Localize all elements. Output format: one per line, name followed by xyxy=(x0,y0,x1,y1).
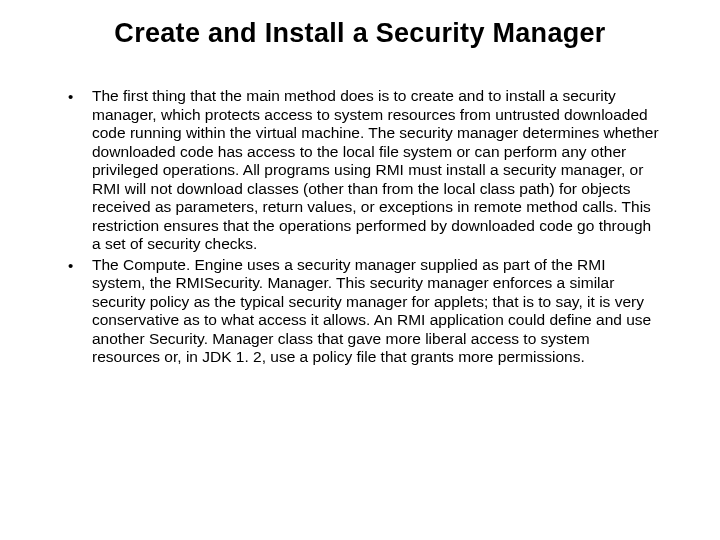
list-item: • The first thing that the main method d… xyxy=(68,87,660,254)
content-area: • The first thing that the main method d… xyxy=(60,87,660,367)
bullet-marker: • xyxy=(68,87,92,106)
page-title: Create and Install a Security Manager xyxy=(60,18,660,49)
bullet-text: The Compute. Engine uses a security mana… xyxy=(92,256,660,367)
list-item: • The Compute. Engine uses a security ma… xyxy=(68,256,660,367)
bullet-text: The first thing that the main method doe… xyxy=(92,87,660,254)
bullet-marker: • xyxy=(68,256,92,275)
